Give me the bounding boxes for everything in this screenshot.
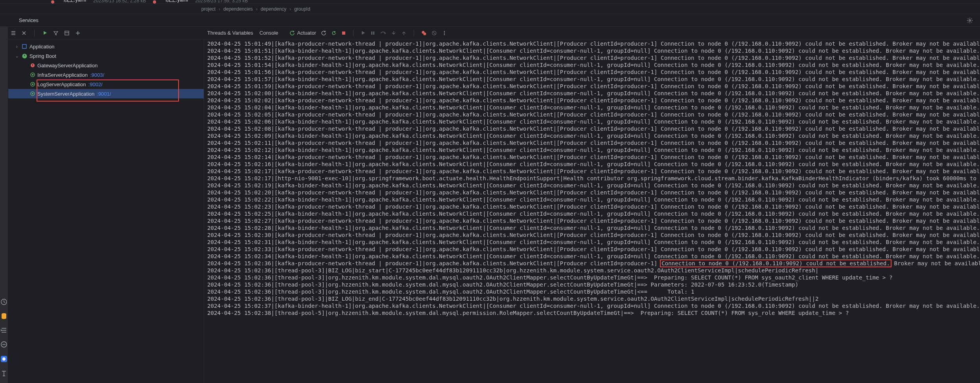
console-line: 2024-04-25 15:02:34|[kafka-binder-health… bbox=[207, 253, 980, 260]
console-line: 2024-04-25 15:02:19|[kafka-binder-health… bbox=[207, 182, 980, 189]
refresh-icon bbox=[289, 30, 295, 36]
tab-console[interactable]: Console bbox=[259, 28, 279, 37]
tab-actuator[interactable]: Actuator bbox=[289, 30, 316, 36]
console-line: 2024-04-25 15:02:36|[thread-pool-3]|BIZ_… bbox=[207, 295, 980, 302]
tree-port[interactable]: :9003/ bbox=[90, 72, 104, 78]
tree-node-springboot[interactable]: ⌄ Spring Boot bbox=[8, 51, 204, 61]
rerun-icon[interactable] bbox=[321, 30, 326, 36]
step-out-icon[interactable] bbox=[401, 30, 407, 36]
chevron-right-icon: › bbox=[286, 6, 294, 12]
console-line: 2024-04-25 15:02:06|[kafka-binder-health… bbox=[207, 118, 980, 125]
run-icon[interactable] bbox=[42, 30, 48, 35]
console-line: 2024-04-25 15:01:57|[kafka-binder-health… bbox=[207, 76, 980, 83]
breakpoints-icon[interactable] bbox=[421, 30, 427, 36]
console-line: 2024-04-25 15:02:20|[kafka-producer-netw… bbox=[207, 189, 980, 196]
tree-label: Application bbox=[29, 44, 55, 50]
tongyi-icon[interactable] bbox=[0, 355, 8, 363]
hide-icon[interactable] bbox=[11, 30, 16, 36]
tree-node-log[interactable]: LogServerApplication :9002/ bbox=[8, 80, 204, 89]
tree-port[interactable]: :9002/ bbox=[88, 81, 103, 87]
tree-node-system[interactable]: SystemServerApplication :9001/ bbox=[8, 89, 204, 98]
console-line: 2024-04-25 15:02:14|[kafka-producer-netw… bbox=[207, 154, 980, 161]
console-line: 2024-04-25 15:02:27|[kafka-producer-netw… bbox=[207, 217, 980, 224]
services-tree: › Application ⌄ Spring Boot bbox=[8, 39, 204, 383]
svg-point-12 bbox=[423, 32, 426, 35]
chevron-down-icon: ⌄ bbox=[15, 54, 19, 58]
gear-icon[interactable] bbox=[967, 17, 973, 24]
console-line: 2024-04-25 15:02:12|[kafka-binder-health… bbox=[207, 146, 980, 154]
filter-icon[interactable] bbox=[53, 30, 59, 36]
svg-rect-7 bbox=[65, 31, 69, 35]
annotation-highlight-text: Connection to node 0 (/192.168.0.110:909… bbox=[660, 259, 892, 267]
console-line: 2024-04-25 15:02:36|[thread-pool-3]|org.… bbox=[207, 288, 980, 295]
breadcrumb-dependencies[interactable]: dependencies bbox=[223, 6, 253, 12]
console-line: 2024-04-25 15:02:05|[kafka-producer-netw… bbox=[207, 111, 980, 118]
console-line: 2024-04-25 15:02:30|[kafka-producer-netw… bbox=[207, 231, 980, 239]
mute-breakpoints-icon[interactable] bbox=[431, 30, 437, 36]
console-line: 2024-04-25 15:02:33|[kafka-producer-netw… bbox=[207, 246, 980, 253]
svg-point-0 bbox=[969, 20, 971, 21]
file-tab-2-name[interactable]: 线上.yaml bbox=[166, 0, 188, 4]
services-toolstrip: Threads & Variables Console Actuator bbox=[8, 27, 980, 39]
console-line: 2024-04-25 15:02:02|[kafka-producer-netw… bbox=[207, 97, 980, 104]
console-line: 2024-04-25 15:02:25|[kafka-binder-health… bbox=[207, 210, 980, 217]
svg-rect-8 bbox=[342, 31, 345, 35]
breadcrumb-project[interactable]: project bbox=[201, 6, 216, 12]
step-into-icon[interactable] bbox=[391, 30, 396, 36]
console-line: 2024-04-25 15:02:36|[thread-pool-3]|BIZ_… bbox=[207, 267, 980, 274]
console-line: 2024-04-25 15:02:36|[kafka-producer-netw… bbox=[207, 260, 980, 267]
file-tab-1-meta: 2023/6/13 16:52, 2.28 kB bbox=[93, 0, 146, 4]
console-line: 2024-04-25 15:02:04|[kafka-binder-health… bbox=[207, 104, 980, 111]
editor-tabs: 线上.yaml 2023/6/13 16:52, 2.28 kB 线上.yaml… bbox=[0, 0, 980, 4]
resume-program-icon[interactable] bbox=[361, 30, 366, 35]
tree-node-application[interactable]: › Application bbox=[8, 42, 204, 51]
breadcrumb-dependency[interactable]: dependency bbox=[261, 6, 286, 12]
services-title: Services bbox=[19, 17, 39, 23]
close-icon[interactable] bbox=[22, 31, 26, 35]
svg-point-23 bbox=[32, 83, 33, 85]
pause-icon[interactable] bbox=[370, 31, 375, 35]
stop-icon[interactable] bbox=[341, 31, 346, 35]
clock-icon[interactable] bbox=[0, 298, 7, 305]
tree-label: InfraServerApplication bbox=[37, 72, 88, 78]
console-line: 2024-04-25 15:02:38|[thread-pool-5]|org.… bbox=[207, 309, 980, 316]
console-line: 2024-04-25 15:02:23|[kafka-producer-netw… bbox=[207, 203, 980, 210]
svg-rect-10 bbox=[373, 31, 374, 35]
tree-node-infra[interactable]: InfraServerApplication :9003/ bbox=[8, 70, 204, 80]
status-running-icon bbox=[30, 91, 35, 96]
svg-rect-9 bbox=[371, 31, 372, 35]
springboot-icon bbox=[22, 53, 27, 59]
file-tab-1-name[interactable]: 线上.yaml bbox=[64, 0, 86, 4]
chevron-right-icon: › bbox=[253, 6, 261, 12]
resume-icon[interactable] bbox=[331, 30, 337, 36]
console-line: 2024-04-25 15:02:08|[kafka-producer-netw… bbox=[207, 125, 980, 132]
divider bbox=[34, 30, 35, 37]
console-line: 2024-04-25 15:01:56|[kafka-producer-netw… bbox=[207, 68, 980, 76]
file-icon bbox=[153, 0, 156, 4]
tab-threads-variables[interactable]: Threads & Variables bbox=[206, 28, 254, 37]
breadcrumb-groupid[interactable]: groupId bbox=[294, 6, 310, 12]
console-line: 2024-04-25 15:01:52|[kafka-producer-netw… bbox=[207, 54, 980, 61]
layout-icon[interactable] bbox=[64, 30, 70, 36]
expand-icon[interactable] bbox=[75, 30, 81, 36]
indent-icon[interactable] bbox=[0, 327, 7, 334]
console-line: 2024-04-25 15:02:37|[kafka-binder-health… bbox=[207, 302, 980, 309]
console-line: 2024-04-25 15:02:11|[kafka-producer-netw… bbox=[207, 139, 980, 146]
svg-point-25 bbox=[32, 93, 33, 94]
actuator-label: Actuator bbox=[297, 30, 316, 36]
console-line: 2024-04-25 15:02:36|[thread-pool-3]|org.… bbox=[207, 274, 980, 281]
divider bbox=[353, 30, 354, 37]
tree-label: GatewayServerApplication bbox=[37, 63, 98, 68]
text-icon[interactable] bbox=[0, 370, 7, 377]
step-over-icon[interactable] bbox=[380, 30, 386, 36]
database-icon[interactable] bbox=[0, 313, 7, 320]
tree-port[interactable]: :9001/ bbox=[97, 91, 111, 97]
more-icon[interactable] bbox=[442, 30, 447, 36]
status-error-icon bbox=[30, 63, 35, 68]
console-line: 2024-04-25 15:02:17|[kafka-producer-netw… bbox=[207, 168, 980, 175]
tree-label: Spring Boot bbox=[29, 53, 56, 59]
circle-dash-icon[interactable] bbox=[0, 341, 7, 348]
console-output[interactable]: 2024-04-25 15:01:49|[kafka-producer-netw… bbox=[204, 39, 980, 383]
tree-node-gateway[interactable]: GatewayServerApplication bbox=[8, 61, 204, 70]
tree-label: LogServerApplication bbox=[37, 81, 86, 87]
